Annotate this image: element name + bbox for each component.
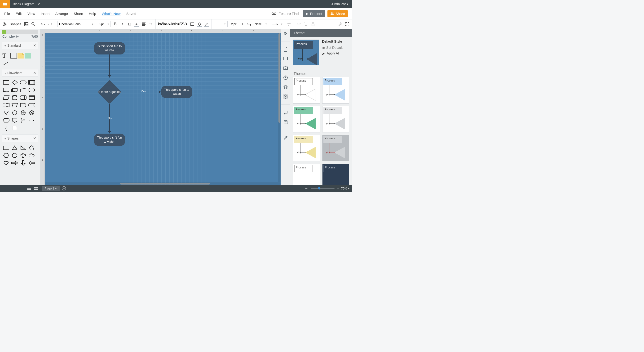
close-icon[interactable]: ✕ — [33, 136, 36, 140]
heart-shape[interactable] — [2, 160, 10, 166]
preparation-shape[interactable] — [28, 87, 36, 93]
clear-format-icon[interactable]: T× — [148, 22, 153, 27]
database-shape[interactable] — [11, 94, 18, 101]
theme-current-preview[interactable]: Process yes — [293, 40, 319, 65]
theme-option[interactable]: Process — [293, 164, 320, 185]
triangle-shape[interactable] — [11, 144, 18, 151]
multidoc-shape[interactable] — [11, 87, 18, 93]
history-icon[interactable] — [283, 75, 288, 80]
line-style-select[interactable]: ▼ — [214, 21, 228, 27]
merge-shape[interactable] — [2, 109, 10, 116]
hotspot-shape[interactable] — [24, 53, 31, 59]
connector-shape[interactable] — [11, 109, 18, 116]
arrow-end-select[interactable]: ▼ — [271, 21, 284, 27]
data-icon[interactable] — [283, 119, 288, 125]
block-shape[interactable] — [10, 53, 17, 59]
edge-label-yes[interactable]: Yes — [141, 90, 146, 93]
right-arrow-shape[interactable] — [11, 160, 18, 166]
close-icon[interactable]: ✕ — [33, 43, 36, 48]
flowchart-node-result-yes[interactable]: This sport is fun to watch — [161, 86, 192, 98]
close-icon[interactable]: ✕ — [33, 71, 36, 75]
scrollbar-horizontal[interactable] — [45, 183, 280, 185]
align-icon[interactable] — [141, 22, 146, 27]
theme-icon[interactable] — [283, 94, 288, 99]
text-color-icon[interactable]: A — [134, 22, 139, 27]
terminator-shape[interactable] — [20, 79, 27, 86]
note-conn-shape[interactable]: ⫠⫠ — [28, 117, 36, 124]
manual-op-shape[interactable] — [11, 102, 18, 108]
comment-icon[interactable] — [283, 56, 288, 61]
or-shape[interactable] — [20, 109, 27, 116]
theme-option[interactable]: Processyes — [293, 77, 320, 103]
zoom-slider[interactable] — [311, 188, 334, 189]
page-icon[interactable] — [283, 47, 288, 52]
stored-data-shape[interactable] — [28, 102, 36, 108]
apply-all-button[interactable]: 🖌Apply All — [322, 51, 349, 55]
cross-shape[interactable] — [20, 152, 27, 159]
right-triangle-shape[interactable] — [20, 144, 27, 151]
zoom-level[interactable]: 75% ▾ — [341, 187, 350, 190]
flowchart-edge[interactable] — [121, 92, 159, 92]
flowchart-edge[interactable] — [109, 55, 110, 76]
brace-close-shape[interactable]: }= — [20, 117, 27, 124]
menu-share[interactable]: Share — [74, 12, 83, 16]
share-button[interactable]: Share — [328, 10, 348, 17]
theme-option[interactable]: Processyes — [293, 106, 320, 132]
menu-arrange[interactable]: Arrange — [55, 12, 68, 16]
section-standard[interactable]: ▼Standard ✕ — [2, 42, 38, 49]
scrollbar-vertical[interactable] — [278, 33, 280, 183]
feature-find[interactable]: Feature Find — [271, 12, 298, 16]
page-tab[interactable]: Page 1 ▾ — [42, 186, 60, 191]
cloud-shape[interactable] — [28, 152, 36, 159]
rename-icon[interactable] — [38, 2, 41, 6]
document-title[interactable]: Blank Diagram — [13, 2, 34, 6]
theme-option[interactable]: Processyes — [322, 135, 349, 161]
arrow-none-select[interactable]: None▼ — [254, 21, 268, 27]
font-select[interactable]: Liberation Sans▼ — [58, 21, 95, 27]
pentagon-shape[interactable] — [28, 144, 36, 151]
gear-icon[interactable] — [2, 22, 7, 27]
bold-icon[interactable]: B — [113, 22, 118, 27]
octagon-shape[interactable] — [11, 152, 18, 159]
text-shape[interactable]: T — [2, 52, 10, 59]
magnet-icon[interactable] — [304, 22, 308, 27]
data-shape[interactable] — [2, 94, 10, 101]
link-icon[interactable] — [296, 22, 301, 27]
theme-option[interactable]: Processyes — [293, 135, 320, 161]
decision-shape[interactable] — [11, 79, 18, 86]
expand-panel-icon[interactable] — [283, 31, 288, 36]
layers-icon[interactable] — [283, 85, 288, 90]
presentation-icon[interactable] — [283, 66, 288, 71]
down-arrow-shape[interactable] — [20, 160, 27, 166]
theme-option[interactable]: Processyes — [322, 106, 349, 132]
line-color-icon[interactable] — [204, 22, 209, 27]
fullscreen-icon[interactable] — [345, 22, 350, 27]
fill-icon[interactable] — [197, 22, 202, 27]
present-button[interactable]: ▶ Present — [303, 10, 325, 17]
flowchart-node-decision[interactable]: Is there a goalie? — [98, 80, 121, 104]
grid-view-icon[interactable] — [33, 186, 39, 191]
flowchart-node-start[interactable]: Is this sport fun to watch? — [94, 42, 125, 55]
delay-shape[interactable] — [20, 102, 27, 108]
lock-icon[interactable] — [311, 22, 316, 27]
border-icon[interactable] — [190, 22, 195, 27]
chat-icon[interactable] — [283, 110, 288, 115]
flowchart-node-result-no[interactable]: This sport isn't fun to watch — [94, 134, 125, 146]
menu-insert[interactable]: Insert — [41, 12, 50, 16]
menu-file[interactable]: File — [4, 12, 10, 16]
swap-arrows-icon[interactable] — [287, 22, 292, 27]
process-shape[interactable] — [2, 79, 10, 86]
offpage-shape[interactable] — [11, 117, 18, 124]
zoom-in-icon[interactable]: + — [337, 186, 339, 191]
internal-storage-shape[interactable] — [28, 94, 36, 101]
menu-help[interactable]: Help — [89, 12, 96, 16]
document-shape[interactable] — [2, 87, 10, 93]
display-shape[interactable] — [2, 117, 10, 124]
italic-icon[interactable]: I — [120, 22, 125, 27]
section-flowchart[interactable]: ▼Flowchart ✕ — [2, 69, 38, 77]
rect-shape[interactable] — [2, 144, 10, 151]
edge-label-no[interactable]: No — [108, 117, 112, 120]
left-arrow-shape[interactable] — [28, 160, 36, 166]
add-page-icon[interactable] — [61, 186, 67, 191]
connector-icon[interactable] — [246, 22, 251, 27]
